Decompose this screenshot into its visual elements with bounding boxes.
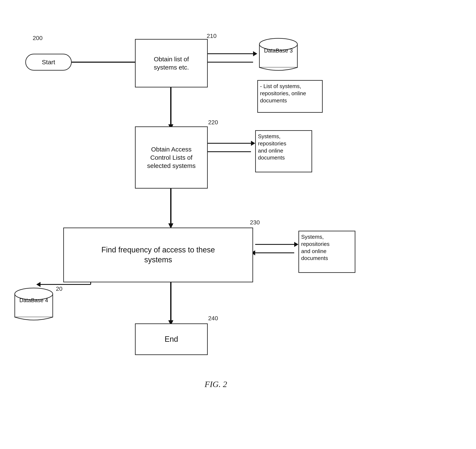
step-210-box: Obtain list ofsystems etc. bbox=[135, 39, 208, 87]
svg-marker-15 bbox=[294, 242, 298, 247]
arrows-svg bbox=[0, 0, 476, 449]
diagram-container: 200 Start 210 Obtain list ofsystems etc.… bbox=[0, 0, 476, 449]
svg-marker-5 bbox=[253, 51, 257, 56]
label-200: 200 bbox=[33, 35, 43, 41]
label-220: 220 bbox=[208, 119, 218, 126]
database3-label: DataBase 3 bbox=[257, 47, 299, 54]
step-220-box: Obtain AccessControl Lists ofselected sy… bbox=[135, 126, 208, 189]
database3-cylinder: DataBase 3 bbox=[257, 36, 299, 74]
label-240: 240 bbox=[208, 315, 218, 322]
db4-arrow-svg bbox=[0, 0, 476, 449]
database4-label: DataBase 4 bbox=[13, 297, 55, 304]
label-db4: 20 bbox=[56, 286, 63, 292]
step230-note-box: Systems,repositoriesand onlinedocuments bbox=[298, 231, 355, 273]
label-210: 210 bbox=[207, 33, 217, 39]
end-box: End bbox=[135, 323, 208, 355]
start-node: Start bbox=[25, 54, 72, 71]
figure-caption: FIG. 2 bbox=[205, 379, 227, 389]
svg-marker-9 bbox=[251, 141, 255, 146]
step-230-box: Find frequency of access to thesesystems bbox=[63, 228, 253, 282]
db3-note-box: - List of systems,repositories, onlinedo… bbox=[257, 80, 323, 113]
step220-note-box: Systems,repositoriesand onlinedocuments bbox=[255, 130, 312, 172]
label-230: 230 bbox=[250, 219, 260, 226]
database4-cylinder: DataBase 4 bbox=[13, 286, 55, 323]
